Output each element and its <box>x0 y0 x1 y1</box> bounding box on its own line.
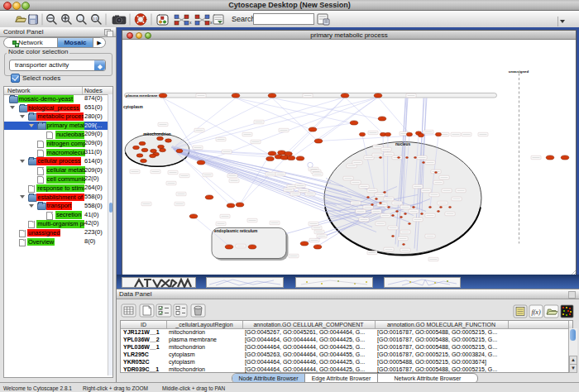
svg-text:mitochondrion: mitochondrion <box>143 132 171 136</box>
svg-text:f(x): f(x) <box>531 308 540 316</box>
svg-text:cytoplasm: cytoplasm <box>123 105 143 109</box>
svg-text:endoplasmic reticulum: endoplasmic reticulum <box>214 229 257 233</box>
svg-text:plasma membrane: plasma membrane <box>126 93 158 98</box>
svg-text:x: x <box>210 20 213 25</box>
svg-text:1:1: 1:1 <box>93 17 98 21</box>
svg-text:unassigned: unassigned <box>509 69 529 74</box>
svg-text:nucleus: nucleus <box>395 142 410 146</box>
svg-text:↔: ↔ <box>79 17 83 21</box>
svg-text:x: x <box>189 20 192 25</box>
